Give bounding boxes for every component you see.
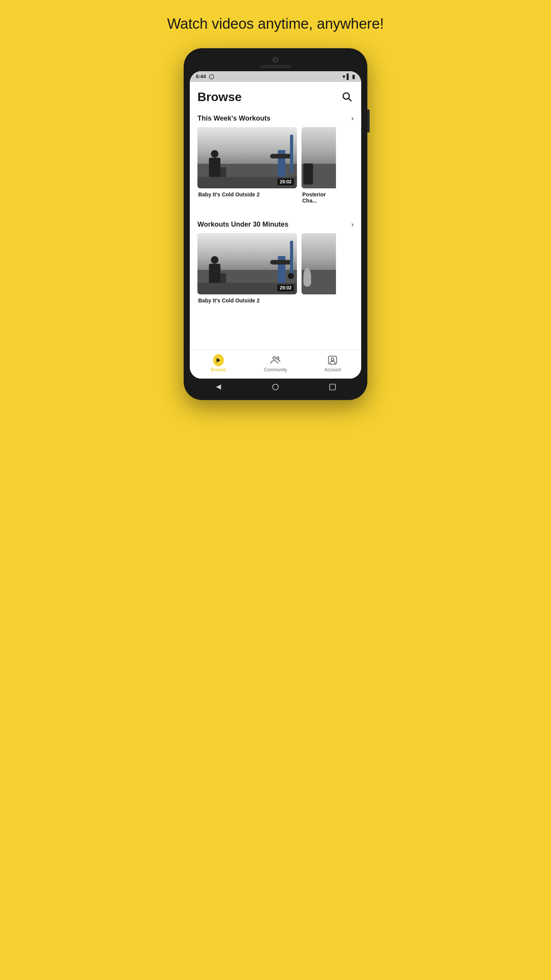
video-card-4-partial[interactable] <box>302 233 336 304</box>
search-icon <box>341 91 352 102</box>
section-header-workouts: This Week's Workouts › <box>190 114 361 127</box>
wifi-icon: ▾ <box>342 74 345 80</box>
video-thumbnail-1: 29:02 <box>197 127 297 188</box>
svg-marker-2 <box>217 358 220 363</box>
nav-item-account[interactable]: Account <box>304 355 361 372</box>
section-title-under30: Workouts Under 30 Minutes <box>197 220 289 229</box>
video-title-3: Baby It's Cold Outside 2 <box>197 297 297 304</box>
video-duration-3: 29:02 <box>277 284 294 291</box>
svg-point-3 <box>273 356 276 359</box>
video-title-2: Posterior Cha... <box>302 191 336 204</box>
phone-bottom-bar <box>190 379 361 394</box>
svg-point-6 <box>331 358 334 361</box>
gym-equipment-3 <box>278 256 285 287</box>
video-thumbnail-3: 29:02 <box>197 233 297 294</box>
phone-camera <box>272 57 279 63</box>
nav-item-browse[interactable]: Browse <box>190 355 247 372</box>
video-card-3[interactable]: 29:02 Baby It's Cold Outside 2 <box>197 233 297 304</box>
account-nav-icon <box>327 355 338 366</box>
phone-screen: 6:44 ◯ ▾ ▌ ▮ Browse <box>190 71 361 379</box>
status-bar: 6:44 ◯ ▾ ▌ ▮ <box>190 71 361 82</box>
video-thumbnail-2 <box>302 127 336 188</box>
video-card-2-partial[interactable]: Posterior Cha... <box>302 127 336 204</box>
status-time: 6:44 <box>196 74 206 79</box>
browse-nav-icon <box>213 355 224 366</box>
browse-active-indicator <box>213 354 224 366</box>
notification-icon: ◯ <box>209 74 214 79</box>
battery-icon: ▮ <box>352 74 355 80</box>
play-icon <box>215 357 222 363</box>
svg-rect-9 <box>330 384 336 390</box>
section-header-under30: Workouts Under 30 Minutes › <box>190 220 361 233</box>
video-duration-1: 29:02 <box>277 178 294 185</box>
phone-side-button <box>367 109 370 132</box>
chevron-right-icon-2[interactable]: › <box>351 220 354 229</box>
gym-scene-4 <box>302 233 336 294</box>
section-workouts-under-30: Workouts Under 30 Minutes › <box>190 214 361 307</box>
phone-frame: 6:44 ◯ ▾ ▌ ▮ Browse <box>184 48 367 400</box>
back-button[interactable] <box>215 383 222 391</box>
community-icon <box>270 355 281 366</box>
gym-equipment-1 <box>278 150 285 181</box>
app-header: Browse <box>190 82 361 108</box>
page-tagline: Watch videos anytime, anywhere! <box>167 15 384 33</box>
section-title-workouts: This Week's Workouts <box>197 114 271 122</box>
video-title-1: Baby It's Cold Outside 2 <box>197 191 297 198</box>
app-content: Browse This Week's Workouts › <box>190 82 361 350</box>
account-label: Account <box>324 367 341 372</box>
svg-point-8 <box>272 384 278 390</box>
phone-speaker <box>260 65 291 68</box>
video-thumbnail-4 <box>302 233 336 294</box>
status-left: 6:44 ◯ <box>196 74 214 79</box>
signal-icon: ▌ <box>347 74 350 80</box>
chevron-right-icon[interactable]: › <box>351 114 354 122</box>
section-this-weeks-workouts: This Week's Workouts › <box>190 108 361 207</box>
svg-line-1 <box>349 98 351 101</box>
bottom-nav: Browse Community <box>190 350 361 379</box>
videos-scroll-2: 29:02 Baby It's Cold Outside 2 <box>190 233 361 304</box>
nav-item-community[interactable]: Community <box>247 355 304 372</box>
svg-marker-7 <box>216 384 221 389</box>
browse-label: Browse <box>211 367 226 372</box>
gym-scene-2 <box>302 127 336 188</box>
community-nav-icon <box>270 355 281 366</box>
section-spacer-1 <box>190 207 361 214</box>
status-icons: ▾ ▌ ▮ <box>342 74 355 80</box>
home-button[interactable] <box>272 383 279 391</box>
community-label: Community <box>264 367 287 372</box>
svg-point-4 <box>277 357 279 359</box>
video-card-1[interactable]: 29:02 Baby It's Cold Outside 2 <box>197 127 297 204</box>
recents-button[interactable] <box>329 383 336 391</box>
page-title: Browse <box>197 90 242 104</box>
search-button[interactable] <box>340 90 354 105</box>
account-icon <box>327 355 338 366</box>
videos-scroll-1: 29:02 Baby It's Cold Outside 2 <box>190 127 361 204</box>
